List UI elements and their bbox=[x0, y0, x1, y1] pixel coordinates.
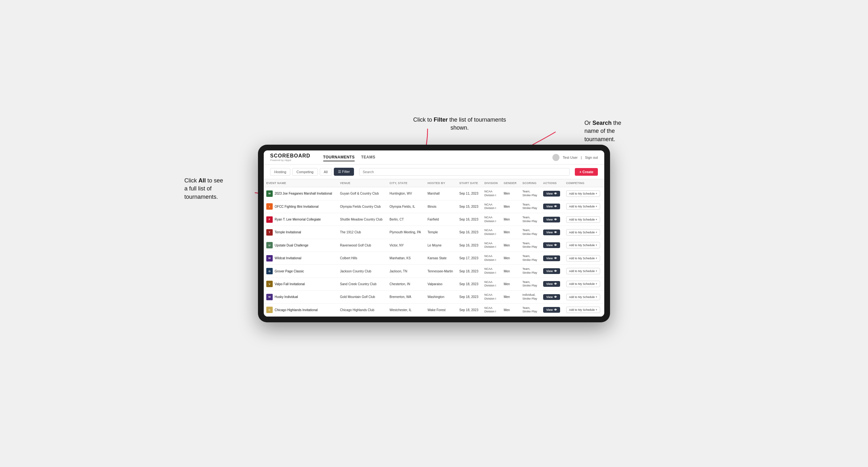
table-row: I OFCC Fighting Illini Invitational Olym… bbox=[264, 200, 604, 213]
event-name-text-1: 2023 Joe Feaganes Marshall Invitational bbox=[275, 192, 332, 195]
cell-scoring-2: Team,Stroke Play bbox=[520, 200, 540, 213]
event-name-text-5: Upstate Dual Challenge bbox=[275, 244, 309, 247]
cell-actions-8: View 👁 bbox=[540, 278, 564, 290]
cell-hosted-by-10: Wake Forest bbox=[425, 304, 457, 316]
col-actions: ACTIONS bbox=[540, 179, 564, 187]
cell-gender-1: Men bbox=[501, 187, 520, 200]
search-input[interactable] bbox=[359, 168, 570, 176]
cell-division-9: NCAADivision I bbox=[482, 291, 501, 304]
cell-event-name-9: W Husky Individual bbox=[264, 291, 337, 304]
annotation-left: Click All to seea full list oftournament… bbox=[184, 177, 255, 201]
add-schedule-button-9[interactable]: Add to My Schedule + bbox=[566, 294, 600, 300]
view-button-7[interactable]: View 👁 bbox=[543, 268, 560, 274]
cell-actions-1: View 👁 bbox=[540, 187, 564, 200]
view-button-2[interactable]: View 👁 bbox=[543, 204, 560, 209]
table-header-row: EVENT NAME VENUE CITY, STATE HOSTED BY S… bbox=[264, 179, 604, 187]
team-logo-3: F bbox=[266, 216, 273, 223]
cell-hosted-by-2: Illinois bbox=[425, 200, 457, 213]
view-button-10[interactable]: View 👁 bbox=[543, 307, 560, 313]
cell-division-5: NCAADivision I bbox=[482, 239, 501, 252]
cell-scoring-6: Team,Stroke Play bbox=[520, 252, 540, 265]
cell-event-name-3: F Ryan T. Lee Memorial Collegiate bbox=[264, 213, 337, 226]
cell-venue-8: Sand Creek Country Club bbox=[337, 278, 387, 290]
cell-division-1: NCAADivision I bbox=[482, 187, 501, 200]
cell-event-name-10: C Chicago Highlands Invitational bbox=[264, 304, 337, 316]
table-row: W Husky Individual Gold Mountain Golf Cl… bbox=[264, 291, 604, 304]
filter-button[interactable]: ☰ Filter bbox=[334, 168, 354, 176]
view-button-6[interactable]: View 👁 bbox=[543, 255, 560, 261]
cell-venue-10: Chicago Highlands Club bbox=[337, 304, 387, 316]
cell-start-date-4: Sep 16, 2023 bbox=[457, 226, 482, 239]
view-button-3[interactable]: View 👁 bbox=[543, 217, 560, 222]
add-schedule-button-3[interactable]: Add to My Schedule + bbox=[566, 216, 600, 223]
team-logo-6: W bbox=[266, 255, 273, 261]
nav-teams[interactable]: TEAMS bbox=[361, 154, 375, 161]
sign-out-link[interactable]: Sign out bbox=[585, 156, 598, 159]
cell-actions-7: View 👁 bbox=[540, 265, 564, 278]
event-name-text-9: Husky Individual bbox=[275, 295, 298, 299]
add-schedule-button-7[interactable]: Add to My Schedule + bbox=[566, 268, 600, 274]
add-schedule-button-1[interactable]: Add to My Schedule + bbox=[566, 190, 600, 197]
cell-city-state-2: Olympia Fields, IL bbox=[387, 200, 425, 213]
cell-venue-5: Ravenwood Golf Club bbox=[337, 239, 387, 252]
add-schedule-button-8[interactable]: Add to My Schedule + bbox=[566, 281, 600, 287]
cell-hosted-by-9: Washington bbox=[425, 291, 457, 304]
team-logo-1: M bbox=[266, 190, 273, 197]
competing-button[interactable]: Competing bbox=[292, 168, 317, 176]
cell-venue-9: Gold Mountain Golf Club bbox=[337, 291, 387, 304]
cell-start-date-8: Sep 18, 2023 bbox=[457, 278, 482, 290]
cell-actions-2: View 👁 bbox=[540, 200, 564, 213]
cell-venue-2: Olympia Fields Country Club bbox=[337, 200, 387, 213]
col-division: DIVISION bbox=[482, 179, 501, 187]
view-button-4[interactable]: View 👁 bbox=[543, 229, 560, 235]
table-container: EVENT NAME VENUE CITY, STATE HOSTED BY S… bbox=[264, 179, 604, 317]
col-venue: VENUE bbox=[337, 179, 387, 187]
cell-division-10: NCAADivision I bbox=[482, 304, 501, 316]
add-schedule-button-4[interactable]: Add to My Schedule + bbox=[566, 229, 600, 236]
cell-gender-5: Men bbox=[501, 239, 520, 252]
cell-venue-7: Jackson Country Club bbox=[337, 265, 387, 278]
team-logo-5: U bbox=[266, 242, 273, 248]
hosting-button[interactable]: Hosting bbox=[270, 168, 290, 176]
add-schedule-button-2[interactable]: Add to My Schedule + bbox=[566, 203, 600, 210]
cell-gender-7: Men bbox=[501, 265, 520, 278]
cell-start-date-5: Sep 16, 2023 bbox=[457, 239, 482, 252]
cell-scoring-5: Team,Stroke Play bbox=[520, 239, 540, 252]
app-logo: SCOREBOARD bbox=[270, 153, 310, 159]
header-right: Test User | Sign out bbox=[552, 154, 598, 161]
cell-city-state-8: Chesterton, IN bbox=[387, 278, 425, 290]
table-row: U Upstate Dual Challenge Ravenwood Golf … bbox=[264, 239, 604, 252]
add-schedule-button-10[interactable]: Add to My Schedule + bbox=[566, 307, 600, 313]
cell-event-name-8: V Valpo Fall Invitational bbox=[264, 278, 337, 290]
cell-division-2: NCAADivision I bbox=[482, 200, 501, 213]
cell-start-date-2: Sep 15, 2023 bbox=[457, 200, 482, 213]
col-scoring: SCORING bbox=[520, 179, 540, 187]
nav-tournaments[interactable]: TOURNAMENTS bbox=[323, 154, 355, 161]
annotation-top-center: Click to Filter the list of tournaments … bbox=[408, 116, 511, 132]
table-row: M 2023 Joe Feaganes Marshall Invitationa… bbox=[264, 187, 604, 200]
view-button-8[interactable]: View 👁 bbox=[543, 281, 560, 287]
create-button[interactable]: + Create bbox=[575, 168, 598, 176]
add-schedule-button-6[interactable]: Add to My Schedule + bbox=[566, 255, 600, 261]
cell-event-name-6: W Wildcat Invitational bbox=[264, 252, 337, 265]
view-button-5[interactable]: View 👁 bbox=[543, 242, 560, 248]
all-button[interactable]: All bbox=[320, 168, 332, 176]
event-name-text-7: Grover Page Classic bbox=[275, 270, 304, 273]
cell-competing-6: Add to My Schedule + bbox=[564, 252, 604, 265]
cell-scoring-3: Team,Stroke Play bbox=[520, 213, 540, 226]
cell-competing-7: Add to My Schedule + bbox=[564, 265, 604, 278]
logo-subtitle: Powered by clippd bbox=[270, 159, 310, 162]
cell-gender-10: Men bbox=[501, 304, 520, 316]
view-button-1[interactable]: View 👁 bbox=[543, 191, 560, 196]
cell-hosted-by-7: Tennessee-Martin bbox=[425, 265, 457, 278]
add-schedule-button-5[interactable]: Add to My Schedule + bbox=[566, 242, 600, 248]
cell-competing-8: Add to My Schedule + bbox=[564, 278, 604, 290]
cell-actions-9: View 👁 bbox=[540, 291, 564, 304]
tablet-screen: SCOREBOARD Powered by clippd TOURNAMENTS… bbox=[264, 150, 604, 317]
team-logo-9: W bbox=[266, 294, 273, 300]
view-button-9[interactable]: View 👁 bbox=[543, 294, 560, 300]
event-name-text-4: Temple Invitational bbox=[275, 230, 301, 234]
cell-division-8: NCAADivision I bbox=[482, 278, 501, 290]
cell-gender-4: Men bbox=[501, 226, 520, 239]
cell-actions-10: View 👁 bbox=[540, 304, 564, 316]
